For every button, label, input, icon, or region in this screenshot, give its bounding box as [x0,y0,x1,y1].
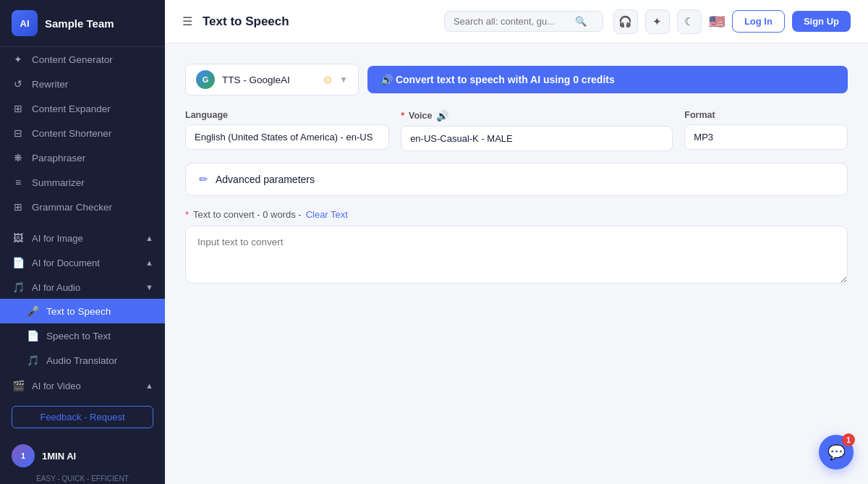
ai-image-chevron: ▲ [145,234,153,242]
brand-logo: 1 [12,444,35,467]
moon-icon: ☾ [684,15,694,28]
sidebar-logo: AI [12,10,38,36]
feedback-request-button[interactable]: Feedback - Request [12,406,153,428]
sidebar-header: AI Sample Team [0,0,165,47]
chat-bubble[interactable]: 💬 1 [819,435,854,470]
rewriter-icon: ↺ [12,78,25,90]
language-flag[interactable]: 🇺🇸 [709,14,725,30]
content-expander-icon: ⊞ [12,103,25,114]
header-icons: 🎧 ✦ ☾ 🇺🇸 Log In Sign Up [613,9,851,34]
voice-group: * Voice 🔊 en-US-Casual-K - MALE en-US-St… [401,110,673,151]
sidebar-item-content-expander[interactable]: ⊞ Content Expander [0,96,165,121]
sidebar-section-ai-video[interactable]: 🎬 AI for Video ▲ [0,373,165,397]
settings-row: Language English (United States of Ameri… [185,110,848,151]
paraphraser-icon: ❋ [12,152,25,164]
language-group: Language English (United States of Ameri… [185,110,389,151]
voice-select[interactable]: en-US-Casual-K - MALE en-US-Standard-A -… [401,126,673,151]
ai-video-icon: 🎬 [12,380,25,391]
sidebar-audio-sub: 🎤 Text to Speech 📄 Speech to Text 🎵 Audi… [0,299,165,373]
sidebar-section-ai-document[interactable]: 📄 AI for Document ▲ [0,250,165,274]
theme-toggle-button[interactable]: ☾ [677,9,702,34]
sidebar-bottom: 1 1MIN AI [0,437,165,475]
sidebar-item-audio-translator[interactable]: 🎵 Audio Translator [0,348,165,373]
content-area: G TTS - GoogleAI ⊙ ▼ 🔊 Convert text to s… [165,43,868,484]
sidebar-item-content-generator[interactable]: ✦ Content Generator [0,47,165,72]
search-input[interactable] [454,16,569,27]
text-convert-label: * Text to convert - 0 words - Clear Text [185,209,848,220]
ai-video-chevron: ▲ [145,381,153,390]
login-button[interactable]: Log In [732,10,785,33]
sidebar-item-content-shortener[interactable]: ⊟ Content Shortener [0,121,165,145]
menu-icon[interactable]: ☰ [182,14,192,28]
search-bar[interactable]: 🔍 [444,11,603,32]
signup-button[interactable]: Sign Up [792,11,851,32]
ai-document-chevron: ▲ [145,258,153,267]
sidebar-item-speech-to-text[interactable]: 📄 Speech to Text [0,323,165,348]
coin-icon: ⊙ [323,74,332,85]
settings-button[interactable]: ✦ [645,9,670,34]
headphones-button[interactable]: 🎧 [613,9,638,34]
ai-audio-icon: 🎵 [12,281,25,293]
sidebar-item-summarizer[interactable]: ≡ Summarizer [0,170,165,195]
ai-audio-chevron: ▼ [145,283,153,292]
sidebar-item-text-to-speech[interactable]: 🎤 Text to Speech [0,299,165,323]
text-to-speech-icon: 🎤 [26,305,39,317]
format-label: Format [684,110,848,120]
sidebar-item-grammar-checker[interactable]: ⊞ Grammar Checker [0,195,165,219]
sidebar: AI Sample Team ✦ Content Generator ↺ Rew… [0,0,165,484]
audio-translator-icon: 🎵 [26,354,39,366]
engine-dropdown-chevron: ▼ [339,75,348,85]
chat-badge: 1 [842,433,855,446]
engine-selector[interactable]: G TTS - GoogleAI ⊙ ▼ [185,64,359,95]
language-label: Language [185,110,389,120]
speech-to-text-icon: 📄 [26,330,39,341]
sidebar-section-ai-audio[interactable]: 🎵 AI for Audio ▼ [0,274,165,299]
search-icon: 🔍 [575,16,587,27]
brand-name: 1MIN AI [42,451,76,462]
settings-icon: ✦ [652,15,662,28]
language-select[interactable]: English (United States of America) - en-… [185,124,389,150]
format-select[interactable]: MP3 WAV OGG [684,124,848,150]
ai-document-icon: 📄 [12,257,25,268]
content-generator-icon: ✦ [12,54,25,65]
grammar-checker-icon: ⊞ [12,201,25,213]
tts-toolbar: G TTS - GoogleAI ⊙ ▼ 🔊 Convert text to s… [185,64,848,95]
advanced-icon: ✏ [199,173,208,186]
content-shortener-icon: ⊟ [12,127,25,139]
chat-icon: 💬 [827,443,846,461]
text-convert-input[interactable] [185,226,848,284]
format-group: Format MP3 WAV OGG [684,110,848,151]
voice-label: * Voice 🔊 [401,110,673,122]
sidebar-item-rewriter[interactable]: ↺ Rewriter [0,72,165,96]
advanced-parameters-panel[interactable]: ✏ Advanced parameters [185,163,848,196]
advanced-label: Advanced parameters [216,174,315,185]
summarizer-icon: ≡ [12,177,25,188]
convert-button[interactable]: 🔊 Convert text to speech with AI using 0… [367,66,848,93]
engine-name: TTS - GoogleAI [222,75,316,85]
clear-text-button[interactable]: Clear Text [306,209,348,220]
engine-logo: G [196,70,215,89]
headphones-icon: 🎧 [618,15,632,28]
ai-image-icon: 🖼 [12,232,25,244]
sidebar-section-ai-image[interactable]: 🖼 AI for Image ▲ [0,225,165,250]
header: ☰ Text to Speech 🔍 🎧 ✦ ☾ 🇺🇸 Log In Sign … [165,0,868,43]
main-area: ☰ Text to Speech 🔍 🎧 ✦ ☾ 🇺🇸 Log In Sign … [165,0,868,484]
sidebar-team-name: Sample Team [45,17,114,30]
sidebar-item-paraphraser[interactable]: ❋ Paraphraser [0,145,165,170]
sidebar-tagline: EASY - QUICK - EFFICIENT [0,475,165,484]
speaker-icon: 🔊 [436,110,448,122]
text-convert-section: * Text to convert - 0 words - Clear Text [185,209,848,286]
page-title: Text to Speech [203,14,289,29]
